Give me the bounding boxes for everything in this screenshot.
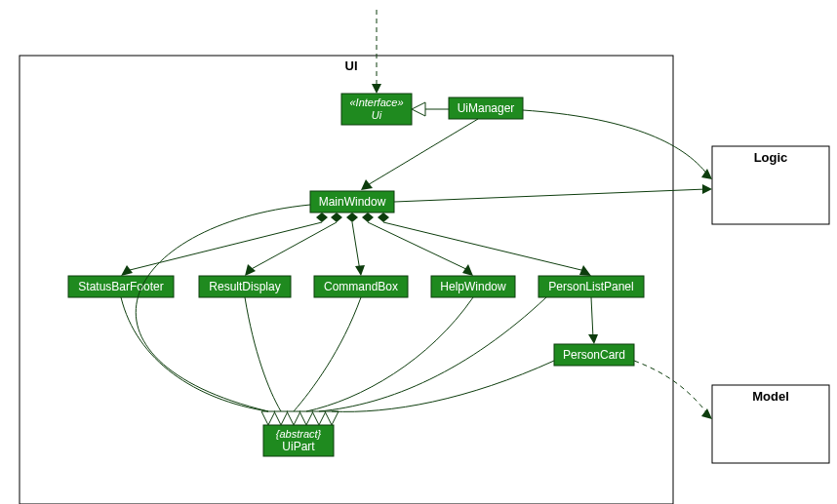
edge-gen-cb-uipart xyxy=(294,297,361,411)
arrow-uimanager-mainwindow xyxy=(361,179,373,190)
diamond-mw-5 xyxy=(378,213,389,222)
node-ui-interface: «Interface» Ui xyxy=(341,94,412,125)
ui-manager-label: UiManager xyxy=(458,101,515,115)
node-status-bar-footer: StatusBarFooter xyxy=(68,276,174,297)
tri-uipart-1 xyxy=(261,411,275,425)
node-ui-manager: UiManager xyxy=(449,97,523,119)
status-bar-footer-label: StatusBarFooter xyxy=(78,280,163,293)
command-box-label: CommandBox xyxy=(324,280,398,293)
result-display-label: ResultDisplay xyxy=(209,280,280,293)
edge-gen-hw-uipart xyxy=(306,297,473,411)
tri-uipart-3 xyxy=(287,411,300,425)
tri-uipart-4 xyxy=(299,411,313,425)
node-ui-part: {abstract} UiPart xyxy=(263,425,334,456)
edge-gen-pc-uipart xyxy=(332,361,554,411)
edge-uimanager-logic xyxy=(523,110,708,175)
arrow-mw-plp xyxy=(579,265,591,276)
edge-pc-model xyxy=(634,361,708,414)
ui-part-stereo: {abstract} xyxy=(276,428,322,440)
tri-uipart-2 xyxy=(274,411,288,425)
arrow-ext-to-ui xyxy=(372,84,381,94)
edge-plp-pc xyxy=(591,297,593,338)
arrow-pc-model xyxy=(701,408,712,419)
diamond-mw-4 xyxy=(362,213,374,222)
node-command-box: CommandBox xyxy=(314,276,408,297)
person-card-label: PersonCard xyxy=(563,348,625,362)
edge-mw-plp xyxy=(383,222,585,271)
diamond-mw-2 xyxy=(331,213,342,222)
tri-uipart-5 xyxy=(312,411,326,425)
edge-gen-sbf-uipart xyxy=(121,297,268,411)
arrow-mw-help xyxy=(462,264,473,276)
arrow-mw-result xyxy=(245,264,256,276)
diamond-mw-3 xyxy=(346,213,358,222)
edge-uimanager-mainwindow xyxy=(366,119,478,186)
help-window-label: HelpWindow xyxy=(440,280,506,293)
main-window-label: MainWindow xyxy=(319,195,386,209)
ui-part-name: UiPart xyxy=(282,440,315,453)
diamond-mw-1 xyxy=(316,213,328,222)
arrow-uimanager-logic xyxy=(701,169,712,179)
tri-uipart-6 xyxy=(325,411,339,425)
edge-gen-rd-uipart xyxy=(245,297,281,411)
package-logic-title: Logic xyxy=(754,150,788,165)
node-person-list-panel: PersonListPanel xyxy=(538,276,644,297)
package-model-title: Model xyxy=(752,389,789,404)
ui-interface-name: Ui xyxy=(372,109,382,121)
arrow-mainwindow-logic xyxy=(702,184,712,194)
node-help-window: HelpWindow xyxy=(431,276,515,297)
arrow-realize-uimanager-ui xyxy=(412,102,425,116)
person-list-panel-label: PersonListPanel xyxy=(548,280,633,293)
arrow-mw-cmdbox xyxy=(355,265,365,276)
arrow-mw-statusbar xyxy=(121,265,133,276)
edge-gen-mw-uipart xyxy=(136,205,310,411)
ui-interface-stereo: «Interface» xyxy=(349,97,403,108)
node-person-card: PersonCard xyxy=(554,344,634,366)
edge-mainwindow-logic xyxy=(394,189,706,202)
node-main-window: MainWindow xyxy=(310,191,394,213)
package-ui-title: UI xyxy=(345,58,358,73)
edge-mw-cmdbox xyxy=(352,222,360,271)
arrow-plp-pc xyxy=(588,334,598,344)
edge-mw-help xyxy=(368,222,470,271)
edge-gen-plp-uipart xyxy=(319,297,546,411)
node-result-display: ResultDisplay xyxy=(199,276,291,297)
